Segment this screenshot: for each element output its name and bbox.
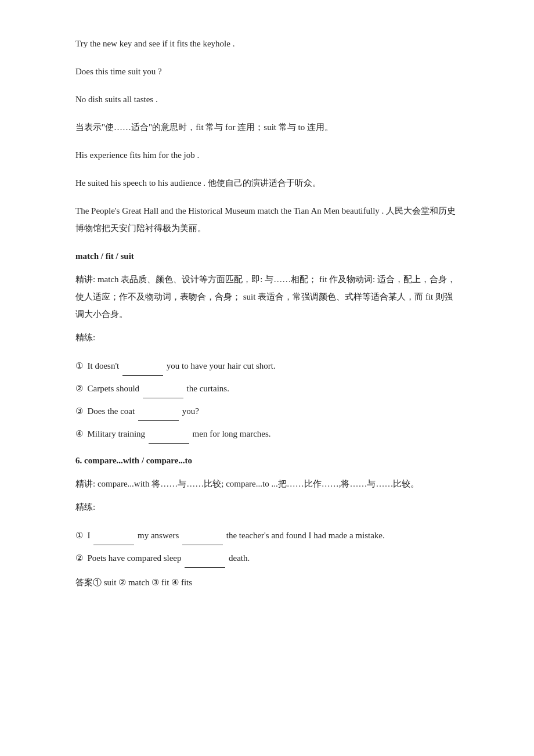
blank-2 [143,398,183,398]
answer-section: 答案① suit ② match ③ fit ④ fits [75,574,459,591]
blank-3 [138,420,179,421]
example-line-2: Does this time suit you ? [75,63,459,80]
example-line-6: He suited his speech to his audience . 他… [75,174,459,192]
section-compare: 6. compare...with / compare...to [75,452,459,469]
blank-6 [182,545,223,545]
practice-item-6-2: ② Poets have compared sleep death. [75,549,459,568]
blank-4 [149,443,189,444]
practice-item-1: ① It doesn't you to have your hair cut s… [75,357,459,376]
practice-label-2: 精练: [75,498,459,516]
example-line-3: No dish suits all tastes . [75,91,459,108]
blank-5 [93,545,134,545]
practice-item-3: ③ Does the coat you? [75,402,459,421]
explanation-match-fit-suit: 精讲: match 表品质、颜色、设计等方面匹配，即: 与……相配； fit 作… [75,271,459,323]
practice-item-4: ④ Military training men for long marches… [75,424,459,444]
section-match-fit-suit: match / fit / suit [75,247,459,265]
practice-label-1: 精练: [75,329,459,346]
page-content: Try the new key and see if it fits the k… [75,35,459,591]
example-line-7: The People's Great Hall and the Historic… [75,202,459,237]
practice-item-6-1: ① I my answers the teacher's and found I… [75,526,459,545]
blank-1 [122,375,163,376]
blank-7 [185,567,225,568]
example-line-1: Try the new key and see if it fits the k… [75,35,459,52]
explanation-compare: 精讲: compare...with 将……与……比较; compare...t… [75,475,459,492]
practice-item-2: ② Carpets should the curtains. [75,379,459,398]
note-line-4: 当表示"使……适合"的意思时，fit 常与 for 连用；suit 常与 to … [75,118,459,136]
example-line-5: His experience fits him for the job . [75,146,459,164]
